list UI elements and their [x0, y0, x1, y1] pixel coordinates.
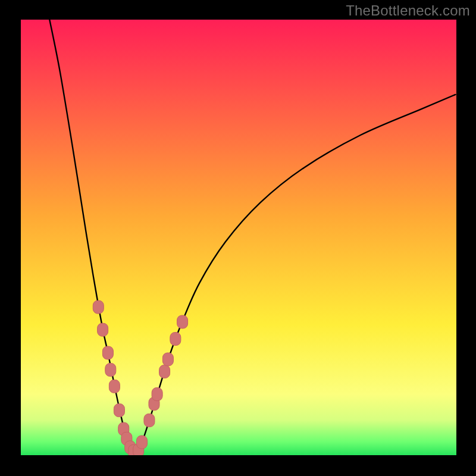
marker-point [136, 436, 147, 449]
marker-point [170, 333, 181, 346]
marker-point [162, 353, 173, 366]
marker-point [152, 388, 162, 401]
chart-stage: TheBottleneck.com [0, 0, 476, 476]
marker-point [159, 365, 170, 378]
marker-point [105, 364, 116, 377]
marker-point [114, 404, 124, 417]
watermark-text: TheBottleneck.com [346, 2, 470, 19]
marker-point [177, 315, 188, 328]
marker-point [98, 323, 108, 336]
marker-point [102, 346, 113, 359]
chart-svg [0, 0, 476, 476]
marker-point [144, 414, 155, 427]
marker-point [93, 300, 104, 314]
marker-point [109, 380, 120, 393]
